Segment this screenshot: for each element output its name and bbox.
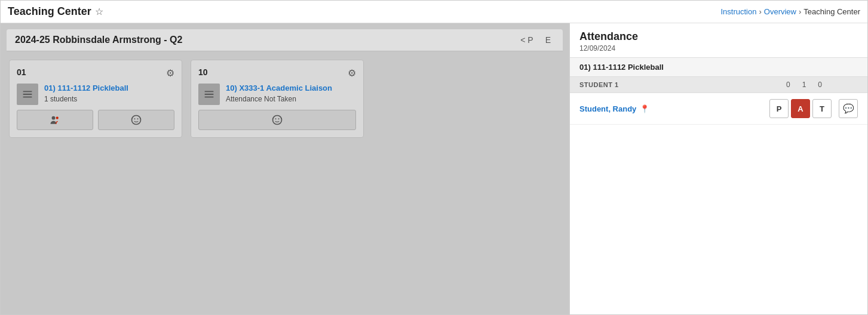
svg-point-6 xyxy=(275,118,277,119)
main-layout: 2024-25 Robbinsdale Armstrong - Q2 < P E… xyxy=(1,23,867,315)
attendance-buttons: P A T 💬 xyxy=(769,99,858,118)
class-icon-svg-01 xyxy=(21,88,34,101)
attendance-class-label: 01) 111-1112 Pickleball xyxy=(570,58,867,77)
attendance-counts: 0 1 0 xyxy=(786,81,822,89)
class-name-link-10[interactable]: 10) X333-1 Academic Liaison xyxy=(226,84,356,92)
pin-icon: 📍 xyxy=(640,104,649,113)
att-btn-t[interactable]: T xyxy=(812,99,832,118)
card-header-10: 10 ⚙ xyxy=(198,67,356,79)
quarter-label: 2024-25 Robbinsdale Armstrong - Q2 xyxy=(15,35,182,45)
svg-point-4 xyxy=(137,118,139,119)
gear-icon-01[interactable]: ⚙ xyxy=(166,67,174,79)
class-sub-10: Attendance Not Taken xyxy=(226,95,296,103)
quarter-prev-button[interactable]: < P xyxy=(517,34,536,46)
attendance-title: Attendance xyxy=(579,30,858,43)
attendance-col-header: STUDENT 1 0 1 0 xyxy=(570,77,867,93)
breadcrumb-overview[interactable]: Overview xyxy=(764,7,796,16)
class-info-10: 10) X333-1 Academic Liaison Attendance N… xyxy=(226,84,356,103)
smiley-icon-10 xyxy=(271,114,283,126)
quarter-bar: 2024-25 Robbinsdale Armstrong - Q2 < P E xyxy=(7,29,563,51)
left-panel: 2024-25 Robbinsdale Armstrong - Q2 < P E… xyxy=(1,23,569,315)
roster-button-01[interactable] xyxy=(17,110,93,130)
class-info-01: 01) 111-1112 Pickleball 1 students xyxy=(44,84,174,103)
student-col-label: STUDENT 1 xyxy=(579,81,786,88)
smiley-button-01[interactable] xyxy=(98,110,174,130)
attendance-date: 12/09/2024 xyxy=(579,44,858,52)
svg-point-7 xyxy=(278,118,280,119)
count-1: 1 xyxy=(802,81,806,89)
card-content-10: 10) X333-1 Academic Liaison Attendance N… xyxy=(198,84,356,105)
class-card-10: 10 ⚙ 10) X333-1 Academic Liaison Attenda… xyxy=(191,60,364,138)
card-header-01: 01 ⚙ xyxy=(17,67,174,79)
page-title: Teaching Center xyxy=(8,5,91,18)
class-card-01: 01 ⚙ 01) 111-1112 Pickleball 1 students xyxy=(9,60,182,138)
svg-point-2 xyxy=(132,116,141,125)
card-actions-10 xyxy=(198,110,356,130)
student-name-link[interactable]: Student, Randy xyxy=(579,104,636,113)
svg-point-0 xyxy=(52,116,56,120)
card-actions-01 xyxy=(17,110,174,130)
breadcrumb-instruction[interactable]: Instruction xyxy=(720,7,756,16)
attendance-header: Attendance 12/09/2024 xyxy=(570,23,867,58)
class-name-link-01[interactable]: 01) 111-1112 Pickleball xyxy=(44,84,174,92)
quarter-nav: < P E xyxy=(517,34,554,46)
card-number-01: 01 xyxy=(17,67,26,77)
right-panel: Attendance 12/09/2024 01) 111-1112 Pickl… xyxy=(569,23,867,315)
roster-icon-01 xyxy=(49,114,61,126)
breadcrumb-current: Teaching Center xyxy=(803,7,860,16)
student-name-area: Student, Randy 📍 xyxy=(579,104,769,113)
favorite-star-icon[interactable]: ☆ xyxy=(95,6,103,17)
student-row-randy: Student, Randy 📍 P A T 💬 xyxy=(570,93,867,125)
classes-grid: 01 ⚙ 01) 111-1112 Pickleball 1 students xyxy=(1,51,569,315)
count-2: 0 xyxy=(818,81,822,89)
svg-point-1 xyxy=(56,117,59,119)
class-icon-01 xyxy=(17,84,38,105)
svg-point-3 xyxy=(134,118,136,119)
quarter-next-button[interactable]: E xyxy=(542,34,554,46)
card-number-10: 10 xyxy=(198,67,208,77)
count-0: 0 xyxy=(786,81,790,89)
breadcrumb-sep-1: › xyxy=(759,7,761,16)
breadcrumb: Instruction › Overview › Teaching Center xyxy=(720,7,860,16)
class-icon-10 xyxy=(198,84,220,105)
smiley-button-10[interactable] xyxy=(198,110,356,130)
att-btn-p[interactable]: P xyxy=(769,99,789,118)
smiley-icon-01 xyxy=(130,114,142,126)
gear-icon-10[interactable]: ⚙ xyxy=(348,67,356,79)
class-sub-01: 1 students xyxy=(44,95,77,103)
comment-button[interactable]: 💬 xyxy=(839,99,858,118)
header-left: Teaching Center ☆ xyxy=(8,5,103,18)
app-header: Teaching Center ☆ Instruction › Overview… xyxy=(1,1,867,23)
att-btn-a[interactable]: A xyxy=(791,99,810,118)
breadcrumb-sep-2: › xyxy=(799,7,801,16)
svg-point-5 xyxy=(273,116,282,125)
card-content-01: 01) 111-1112 Pickleball 1 students xyxy=(17,84,174,105)
class-icon-svg-10 xyxy=(203,88,216,101)
